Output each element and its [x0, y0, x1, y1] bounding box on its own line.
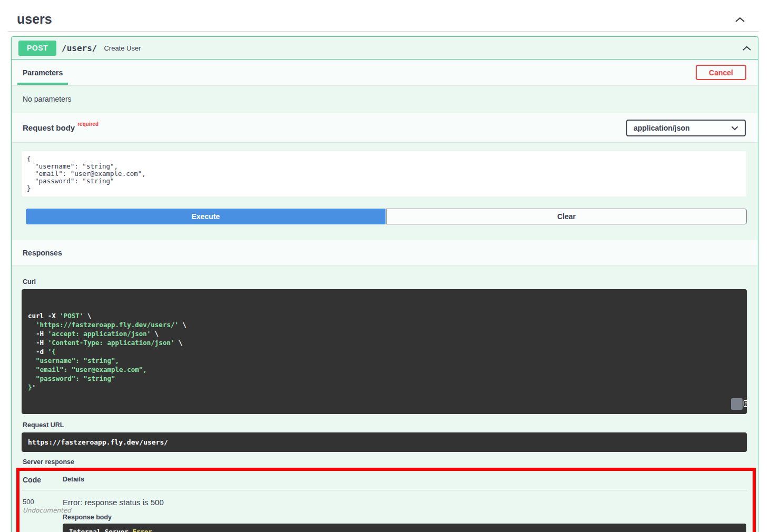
response-body-text: Internal Server [69, 528, 132, 532]
copy-curl-button[interactable] [731, 398, 743, 410]
request-body-editor-section: { "username": "string", "email": "user@e… [12, 142, 758, 196]
response-body-error-token: Error [132, 528, 152, 532]
code-column-header: Code [19, 476, 63, 484]
chevron-up-icon [742, 45, 752, 53]
section-title: users [17, 12, 52, 27]
request-url-label: Request URL [23, 421, 747, 429]
clear-button[interactable]: Clear [386, 209, 747, 224]
chevron-down-icon [731, 123, 738, 133]
content-type-value: application/json [634, 124, 690, 132]
method-badge: POST [18, 41, 56, 56]
collapse-operation-button[interactable] [741, 44, 753, 52]
response-body-code: Internal Server Error [63, 524, 746, 532]
request-url-value: https://fastzeroapp.fly.dev/users/ [22, 432, 747, 452]
copy-to-clipboard-icon [723, 391, 750, 417]
annotation-highlight-box: Code Details 500 Undocumented Error: res… [16, 468, 756, 532]
operation-block: POST /users/ Create User Parameters Canc… [11, 36, 758, 532]
undocumented-label: Undocumented [23, 507, 63, 514]
request-body-label: Request body [23, 123, 75, 132]
chevron-up-icon [735, 16, 745, 24]
response-details-cell: Error: response status is 500 Response b… [63, 498, 753, 532]
cancel-button[interactable]: Cancel [696, 65, 746, 80]
operation-summary-text: Create User [104, 44, 141, 52]
curl-code: curl -X 'POST' \ 'https://fastzeroapp.fl… [22, 289, 747, 414]
request-body-editor[interactable]: { "username": "string", "email": "user@e… [22, 151, 746, 196]
spacer [12, 224, 758, 240]
collapse-section-button[interactable] [734, 15, 746, 24]
status-code: 500 [23, 498, 63, 506]
responses-content: Curl curl -X 'POST' \ 'https://fastzeroa… [12, 265, 758, 532]
operation-summary[interactable]: POST /users/ Create User [12, 37, 758, 60]
response-body-label: Response body [63, 514, 746, 521]
request-body-section-header: Request bodyrequired application/json [12, 113, 758, 142]
response-table-header: Code Details [19, 471, 753, 484]
execute-row: Execute Clear [12, 209, 758, 224]
responses-section-header: Responses [12, 240, 758, 265]
error-message: Error: response status is 500 [63, 498, 746, 507]
no-parameters-message: No parameters [12, 85, 758, 113]
response-row: 500 Undocumented Error: response status … [19, 490, 753, 532]
curl-label: Curl [23, 278, 747, 285]
tag-section-header[interactable]: users [8, 0, 759, 32]
tab-parameters[interactable]: Parameters [17, 61, 68, 85]
server-response-label: Server response [23, 458, 747, 466]
execute-button[interactable]: Execute [26, 209, 386, 224]
content-type-select[interactable]: application/json [626, 120, 746, 136]
parameters-section-header: Parameters Cancel [12, 60, 758, 85]
operation-path: /users/ [62, 43, 97, 53]
request-body-label-group: Request bodyrequired [23, 123, 98, 133]
responses-heading: Responses [23, 249, 62, 257]
details-column-header: Details [63, 476, 753, 484]
required-badge: required [77, 121, 98, 127]
response-code-cell: 500 Undocumented [19, 498, 63, 532]
